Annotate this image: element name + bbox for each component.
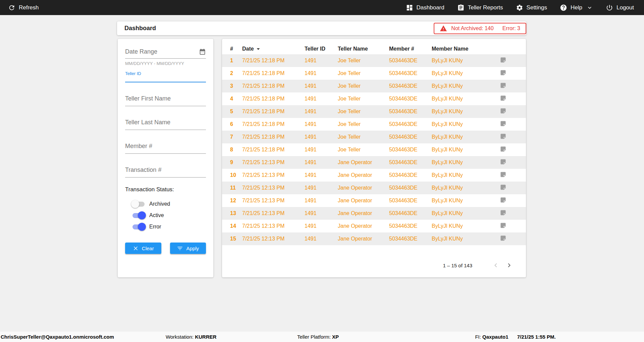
teller-last-name-input[interactable]: Teller Last Name [125, 119, 206, 130]
sort-descending-icon [255, 45, 262, 53]
note-button[interactable] [500, 197, 506, 203]
cell-date: 7/21/25 12:18 PM [242, 118, 305, 131]
note-button[interactable] [500, 184, 506, 191]
table-row[interactable]: 10 7/21/25 12:13 PM 1491 Jane Operator 5… [222, 169, 526, 182]
cell-member-number: 5034463DE [389, 105, 432, 118]
toggle-error[interactable]: Error [131, 221, 206, 232]
table-row[interactable]: 13 7/21/25 12:13 PM 1491 Jane Operator 5… [222, 207, 526, 220]
date-range-label: Date Range [125, 48, 157, 55]
note-button[interactable] [500, 158, 506, 165]
transaction-number-input[interactable]: Transaction # [125, 166, 206, 178]
current-datetime: 7/21/25 1:55 PM. [508, 334, 644, 340]
nav-teller-reports[interactable]: Teller Reports [457, 4, 503, 11]
toggle-active[interactable]: Active [131, 210, 206, 221]
active-switch-icon [131, 211, 146, 219]
note-button[interactable] [500, 209, 506, 216]
cell-row-number: 2 [222, 67, 242, 80]
workstation-value: KURRER [195, 334, 216, 340]
note-button[interactable] [500, 95, 506, 101]
teller-id-field[interactable]: Teller ID [125, 71, 206, 82]
logged-in-user: ChrisSuperTeller@Qaxpauto1.onmicrosoft.c… [0, 334, 127, 340]
cell-member-number: 5034463DE [389, 80, 432, 92]
chevron-right-icon [505, 261, 513, 269]
table-row[interactable]: 6 7/21/25 12:18 PM 1491 Joe Teller 50344… [222, 118, 526, 131]
table-row[interactable]: 11 7/21/25 12:13 PM 1491 Jane Operator 5… [222, 182, 526, 194]
nav-dashboard[interactable]: Dashboard [406, 4, 444, 11]
nav-help[interactable]: Help [560, 4, 593, 11]
table-row[interactable]: 2 7/21/25 12:18 PM 1491 Joe Teller 50344… [222, 67, 526, 80]
note-button[interactable] [500, 235, 506, 242]
teller-first-name-input[interactable]: Teller First Name [125, 95, 206, 106]
status-bar: ChrisSuperTeller@Qaxpauto1.onmicrosoft.c… [0, 332, 644, 342]
cell-date: 7/21/25 12:13 PM [242, 156, 305, 169]
table-row[interactable]: 12 7/21/25 12:13 PM 1491 Jane Operator 5… [222, 194, 526, 207]
cell-actions [500, 207, 526, 220]
cell-teller-id: 1491 [305, 220, 338, 232]
cell-teller-name: Jane Operator [338, 169, 389, 182]
cell-teller-id: 1491 [305, 207, 338, 220]
note-button[interactable] [500, 222, 506, 229]
table-row[interactable]: 1 7/21/25 12:18 PM 1491 Joe Teller 50344… [222, 54, 526, 67]
cell-date: 7/21/25 12:13 PM [242, 169, 305, 182]
note-button[interactable] [500, 171, 506, 178]
nav-settings-label: Settings [527, 4, 547, 11]
note-button[interactable] [500, 69, 506, 76]
nav-dashboard-label: Dashboard [417, 4, 444, 11]
table-row[interactable]: 7 7/21/25 12:18 PM 1491 Joe Teller 50344… [222, 131, 526, 143]
note-button[interactable] [500, 57, 506, 63]
previous-page-button[interactable] [489, 259, 502, 272]
clear-button[interactable]: Clear [125, 243, 161, 254]
refresh-button[interactable]: Refresh [8, 4, 39, 11]
platform-value: XP [332, 334, 339, 340]
note-icon [500, 171, 506, 178]
cell-actions [500, 143, 526, 156]
member-number-label: Member # [125, 143, 152, 149]
chevron-down-icon [586, 4, 593, 11]
note-button[interactable] [500, 82, 506, 89]
note-button[interactable] [500, 120, 506, 127]
nav-logout[interactable]: Logout [606, 4, 634, 11]
cell-date: 7/21/25 12:18 PM [242, 92, 305, 105]
teller-id-input[interactable] [125, 76, 206, 82]
member-number-input[interactable]: Member # [125, 143, 206, 154]
cell-date: 7/21/25 12:18 PM [242, 67, 305, 80]
cell-row-number: 7 [222, 131, 242, 143]
cell-actions [500, 220, 526, 232]
cell-teller-id: 1491 [305, 182, 338, 194]
column-header-date[interactable]: Date [242, 43, 305, 54]
table-row[interactable]: 8 7/21/25 12:18 PM 1491 Joe Teller 50344… [222, 143, 526, 156]
table-row[interactable]: 5 7/21/25 12:18 PM 1491 Joe Teller 50344… [222, 105, 526, 118]
note-button[interactable] [500, 146, 506, 152]
dashboard-icon [406, 4, 413, 11]
nav-settings[interactable]: Settings [516, 4, 547, 11]
cell-teller-id: 1491 [305, 232, 338, 245]
note-button[interactable] [500, 133, 506, 140]
date-range-input[interactable]: Date Range [125, 48, 206, 59]
cell-teller-name: Joe Teller [338, 118, 389, 131]
column-header-num[interactable]: # [222, 43, 242, 54]
cell-member-number: 5034463DE [389, 156, 432, 169]
table-row[interactable]: 15 7/21/25 12:13 PM 1491 Jane Operator 5… [222, 232, 526, 245]
page-title: Dashboard [124, 25, 156, 32]
next-page-button[interactable] [502, 259, 516, 272]
column-header-teller-id[interactable]: Teller ID [305, 43, 338, 54]
table-row[interactable]: 14 7/21/25 12:13 PM 1491 Jane Operator 5… [222, 220, 526, 232]
cell-member-number: 5034463DE [389, 118, 432, 131]
cell-member-number: 5034463DE [389, 131, 432, 143]
toggle-archived[interactable]: Archived [131, 198, 206, 210]
column-header-teller-name[interactable]: Teller Name [338, 43, 389, 54]
table-row[interactable]: 3 7/21/25 12:18 PM 1491 Joe Teller 50344… [222, 80, 526, 92]
cell-member-name: ByLyJl KUNy [432, 143, 500, 156]
column-header-member-name[interactable]: Member Name [432, 43, 500, 54]
cell-teller-name: Joe Teller [338, 131, 389, 143]
table-row[interactable]: 9 7/21/25 12:13 PM 1491 Jane Operator 50… [222, 156, 526, 169]
note-button[interactable] [500, 108, 506, 114]
apply-button[interactable]: Apply [170, 243, 206, 254]
column-header-member-num[interactable]: Member # [389, 43, 432, 54]
cell-date: 7/21/25 12:13 PM [242, 220, 305, 232]
help-icon [560, 4, 567, 11]
note-icon [500, 158, 506, 165]
calendar-icon[interactable] [199, 48, 206, 55]
table-header-row: # Date Teller ID Teller Name Member # Me… [222, 43, 526, 54]
table-row[interactable]: 4 7/21/25 12:18 PM 1491 Joe Teller 50344… [222, 92, 526, 105]
